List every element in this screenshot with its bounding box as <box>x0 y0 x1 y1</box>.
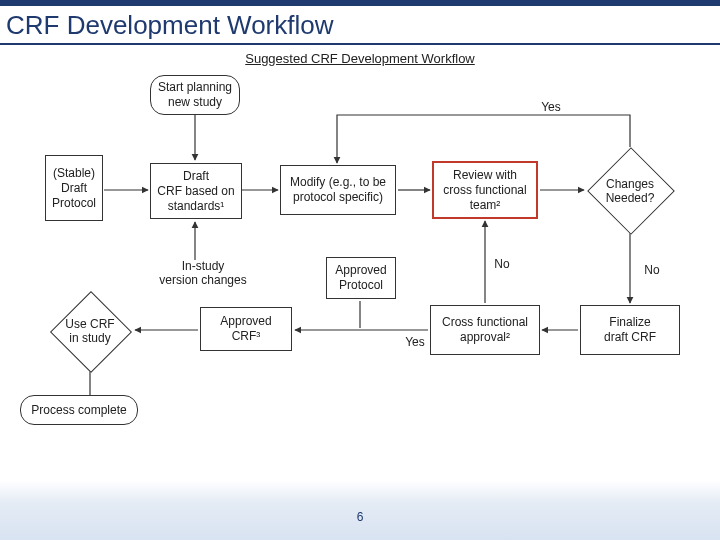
node-draft-crf: DraftCRF based onstandards¹ <box>150 163 242 219</box>
label-no-mid: No <box>490 257 514 271</box>
node-approved-protocol: ApprovedProtocol <box>326 257 396 299</box>
flowchart-canvas: Suggested CRF Development Workflow <box>0 45 720 485</box>
page-number: 6 <box>357 510 364 524</box>
node-stable-protocol: (Stable)DraftProtocol <box>45 155 103 221</box>
node-finalize: Finalizedraft CRF <box>580 305 680 355</box>
node-use-crf-shape <box>50 291 132 373</box>
node-approved-crf: ApprovedCRF³ <box>200 307 292 351</box>
label-no-right: No <box>640 263 664 277</box>
node-changes-needed-shape <box>587 147 675 235</box>
page-title: CRF Development Workflow <box>0 6 720 45</box>
node-start: Start planningnew study <box>150 75 240 115</box>
node-modify: Modify (e.g., to beprotocol specific) <box>280 165 396 215</box>
node-cross-approval: Cross functionalapproval² <box>430 305 540 355</box>
node-review: Review withcross functionalteam² <box>432 161 538 219</box>
node-process-complete: Process complete <box>20 395 138 425</box>
diagram-subtitle: Suggested CRF Development Workflow <box>245 51 475 66</box>
node-in-study-changes: In-studyversion changes <box>158 259 248 288</box>
label-yes-bottom: Yes <box>400 335 430 349</box>
label-yes-top: Yes <box>536 100 566 114</box>
